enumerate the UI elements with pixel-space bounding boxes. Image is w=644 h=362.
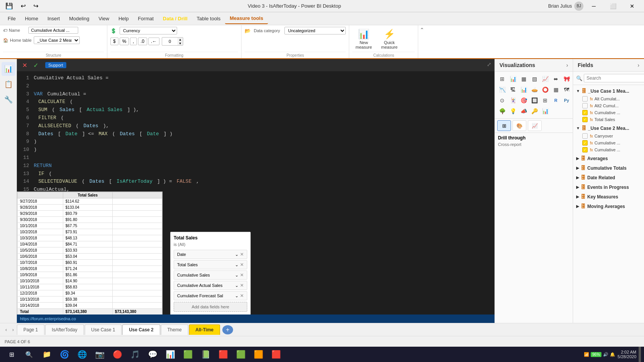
viz-combo-btn[interactable]: 📊 bbox=[519, 85, 529, 95]
viz-bar-btn[interactable]: 📊 bbox=[508, 74, 518, 84]
comma-btn[interactable]: , bbox=[130, 38, 136, 45]
menu-measure-tools[interactable]: Measure tools bbox=[225, 13, 268, 24]
spin-up[interactable]: ▲ bbox=[177, 38, 183, 41]
viz-area-btn[interactable]: ⬌ bbox=[551, 74, 561, 84]
viz-tab-fields[interactable]: ⊞ bbox=[497, 120, 511, 131]
field-item-cumulative1[interactable]: ✓ fx Cumulative ... bbox=[573, 109, 644, 116]
viz-line2-btn[interactable]: 📉 bbox=[497, 85, 507, 95]
excel-btn[interactable]: 📗 bbox=[197, 347, 214, 362]
quick-measure-button[interactable]: ⚡ Quickmeasure bbox=[378, 27, 401, 51]
page-tab-isaftertoday[interactable]: IsAfterToday bbox=[45, 324, 84, 335]
percent-btn[interactable]: % bbox=[120, 38, 129, 45]
sidebar-model-icon[interactable]: 🔧 bbox=[2, 93, 15, 106]
viz-ribbon-btn[interactable]: 🎀 bbox=[562, 74, 572, 84]
fields-search-input[interactable] bbox=[584, 74, 644, 82]
powerbi-btn[interactable]: 📊 bbox=[162, 347, 179, 362]
page-tab-alltime[interactable]: All-Time bbox=[189, 324, 220, 335]
teams-btn[interactable]: 💬 bbox=[144, 347, 161, 362]
name-input[interactable] bbox=[28, 27, 78, 34]
field-item-alt2cumul[interactable]: fx Alt2 Cumul... bbox=[573, 102, 644, 109]
minimize-button[interactable]: ─ bbox=[585, 0, 603, 12]
field-group-usecase2-header[interactable]: ▼ 🗄 _Use Case 2 Mea... bbox=[573, 124, 644, 133]
viz-slicer-btn[interactable]: 🔲 bbox=[529, 95, 539, 105]
field-item-carryover[interactable]: fx Carryover bbox=[573, 133, 644, 139]
viz-python-btn[interactable]: Py bbox=[562, 95, 572, 105]
filter-cumactual-remove[interactable]: ✕ bbox=[240, 283, 244, 288]
app2-btn[interactable]: 🟥 bbox=[215, 347, 232, 362]
search-btn[interactable]: 🔍 bbox=[21, 347, 38, 362]
field-group-keymeasures-header[interactable]: ▶ 🗄 Key Measures bbox=[573, 192, 644, 201]
field-item-cumulative3[interactable]: ✓ fx Cumulative ... bbox=[573, 146, 644, 153]
data-category-select[interactable]: Uncategorized bbox=[284, 27, 346, 34]
formula-cancel-btn[interactable]: ✕ bbox=[20, 60, 30, 70]
field-group-movingaverages-header[interactable]: ▶ 🗄 Moving Averages bbox=[573, 202, 644, 211]
field-group-cumtotals-header[interactable]: ▶ 🗄 Cumulative Totals bbox=[573, 164, 644, 172]
viz-r-btn[interactable]: R bbox=[551, 95, 561, 105]
page-prev-btn[interactable]: ‹ bbox=[3, 326, 9, 334]
field-item-cumulative2[interactable]: ✓ fx Cumulative ... bbox=[573, 139, 644, 146]
viz-decomp-btn[interactable]: 🌳 bbox=[497, 106, 507, 116]
fields-expand-btn[interactable]: › bbox=[637, 62, 639, 68]
field-item-totalsales1[interactable]: ✓ fx Total Sales bbox=[573, 116, 644, 123]
dollar-btn[interactable]: $ bbox=[110, 38, 118, 45]
app4-btn[interactable]: 🟧 bbox=[250, 347, 267, 362]
maximize-button[interactable]: ⬜ bbox=[604, 0, 622, 12]
page-add-btn[interactable]: + bbox=[222, 325, 233, 334]
page-next-btn[interactable]: › bbox=[10, 326, 16, 334]
menu-view[interactable]: View bbox=[94, 13, 114, 24]
formula-confirm-btn[interactable]: ✓ bbox=[31, 60, 41, 70]
filter-field-date[interactable]: Date ⌄ ✕ bbox=[174, 250, 247, 259]
menu-home[interactable]: Home bbox=[20, 13, 43, 24]
redo-icon[interactable]: ↪ bbox=[31, 1, 41, 11]
menu-data-drill[interactable]: Data / Drill bbox=[158, 13, 192, 24]
sidebar-report-icon[interactable]: 📊 bbox=[2, 62, 15, 76]
viz-expand-btn[interactable]: › bbox=[566, 62, 568, 68]
viz-ai5-btn[interactable]: 📊 bbox=[540, 106, 550, 116]
viz-card-btn[interactable]: 🃏 bbox=[508, 95, 518, 105]
viz-gauge-btn[interactable]: ⊙ bbox=[497, 95, 507, 105]
app3-btn[interactable]: 🟩 bbox=[232, 347, 249, 362]
viz-map-btn[interactable]: 🗺 bbox=[562, 85, 572, 95]
viz-waterfall-btn[interactable]: 🏗 bbox=[508, 85, 518, 95]
home-table-select[interactable]: _Use Case 2 Measu... bbox=[34, 36, 80, 44]
filter-cumsales-remove[interactable]: ✕ bbox=[240, 272, 244, 278]
menu-table-tools[interactable]: Table tools bbox=[192, 13, 225, 24]
menu-file[interactable]: File bbox=[3, 13, 20, 24]
viz-matrix-btn[interactable]: ⊞ bbox=[540, 95, 550, 105]
chrome-btn[interactable]: 🔴 bbox=[109, 347, 126, 362]
filter-cumforecast-remove[interactable]: ✕ bbox=[240, 293, 244, 298]
cortana-btn[interactable]: 🌀 bbox=[56, 347, 73, 362]
filter-cumactual-chevron[interactable]: ⌄ bbox=[235, 283, 238, 288]
page-tab-theme[interactable]: Theme bbox=[161, 324, 188, 335]
filter-add-fields[interactable]: Add data fields here bbox=[174, 302, 247, 312]
filter-field-cumactual[interactable]: Cumulative Actual Sales ⌄ ✕ bbox=[174, 281, 247, 290]
close-button[interactable]: ✕ bbox=[623, 0, 641, 12]
viz-donut-btn[interactable]: ⭕ bbox=[540, 85, 550, 95]
start-btn[interactable]: ⊞ bbox=[3, 347, 20, 362]
currency-select[interactable]: Currency bbox=[120, 27, 177, 34]
viz-table-btn[interactable]: ⊞ bbox=[497, 74, 507, 84]
edge-btn[interactable]: 🌐 bbox=[74, 347, 90, 362]
viz-tab-format[interactable]: 🎨 bbox=[513, 120, 526, 131]
viz-ai4-btn[interactable]: 🔑 bbox=[529, 106, 539, 116]
menu-modeling[interactable]: Modeling bbox=[64, 13, 94, 24]
page-tab-usecase2[interactable]: Use Case 2 bbox=[122, 324, 160, 335]
viz-tab-analytics[interactable]: 📈 bbox=[528, 120, 542, 131]
viz-stacked-bar-btn[interactable]: ▦ bbox=[519, 74, 529, 84]
field-item-altcumulat[interactable]: fx Alt Cumulat... bbox=[573, 95, 644, 102]
filter-date-chevron[interactable]: ⌄ bbox=[235, 252, 238, 257]
viz-pie-btn[interactable]: 🥧 bbox=[529, 85, 539, 95]
filter-field-totalsales[interactable]: Total Sales ⌄ ✕ bbox=[174, 260, 247, 269]
viz-kpi-btn[interactable]: 🎯 bbox=[519, 95, 529, 105]
ribbon-collapse-btn[interactable]: ⌃ bbox=[420, 27, 424, 33]
sidebar-data-icon[interactable]: 📋 bbox=[2, 77, 15, 91]
formula-expand-btn[interactable]: ⤢ bbox=[487, 61, 491, 67]
page-tab-usecase1[interactable]: Use Case 1 bbox=[85, 324, 122, 335]
field-group-usecase1-header[interactable]: ▼ 🗄 _Use Case 1 Mea... bbox=[573, 87, 644, 95]
menu-insert[interactable]: Insert bbox=[43, 13, 65, 24]
decimal-up-btn[interactable]: .0 bbox=[138, 38, 147, 45]
field-group-eventsinprogress-header[interactable]: ▶ 🗄 Events in Progress bbox=[573, 183, 644, 192]
menu-help[interactable]: Help bbox=[114, 13, 133, 24]
undo-icon[interactable]: ↩ bbox=[18, 1, 28, 11]
file-explorer-btn[interactable]: 📁 bbox=[38, 347, 55, 362]
